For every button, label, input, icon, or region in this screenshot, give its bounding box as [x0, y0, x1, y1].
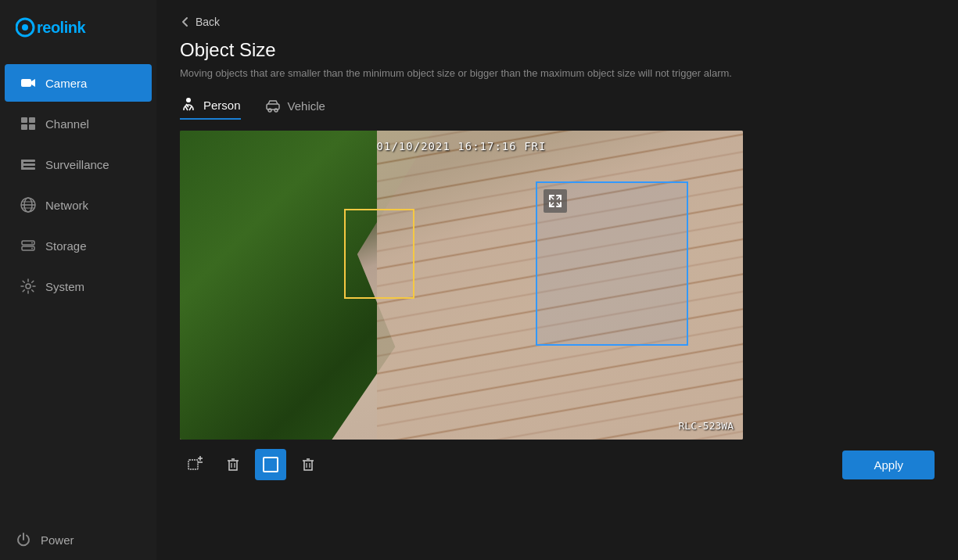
sidebar-item-system[interactable]: System [5, 267, 152, 305]
svg-rect-34 [188, 460, 198, 469]
power-icon [16, 532, 31, 547]
expand-arrows-icon [548, 194, 562, 208]
svg-rect-8 [29, 124, 35, 130]
back-label: Back [196, 16, 220, 28]
vehicle-icon [264, 97, 282, 114]
channel-icon [20, 116, 36, 131]
trash-icon-1 [225, 457, 241, 472]
main-content: Back Object Size Moving objects that are… [156, 0, 958, 560]
page-description: Moving objects that are smaller than the… [180, 67, 935, 79]
sidebar-item-camera[interactable]: Camera [5, 64, 152, 102]
svg-rect-3 [21, 79, 31, 87]
system-icon [20, 278, 36, 294]
network-icon [20, 197, 36, 213]
camera-model-label: RLC-523WA [679, 420, 734, 432]
draw-min-box-icon [187, 456, 204, 473]
sidebar-item-camera-label: Camera [45, 77, 87, 90]
draw-max-box-button[interactable] [255, 449, 286, 480]
back-chevron-icon [180, 16, 191, 27]
svg-point-29 [274, 109, 278, 112]
svg-point-22 [26, 284, 30, 289]
max-size-box[interactable] [536, 181, 688, 346]
logo: reolink [16, 14, 117, 41]
sidebar-item-surveillance[interactable]: Surveillance [5, 145, 152, 183]
svg-point-20 [31, 242, 33, 244]
sidebar: reolink Camera [0, 0, 156, 560]
storage-icon [20, 238, 36, 253]
svg-point-23 [186, 98, 191, 102]
toolbar: Apply [180, 449, 935, 480]
svg-point-21 [31, 248, 33, 249]
person-icon [180, 96, 197, 113]
back-nav[interactable]: Back [180, 16, 935, 28]
tab-person-label: Person [203, 99, 241, 112]
tabs: Person Vehicle [180, 92, 935, 120]
logo-area: reolink [0, 0, 156, 55]
camera-icon [20, 75, 36, 91]
surveillance-icon [20, 156, 36, 172]
draw-min-box-button[interactable] [180, 449, 211, 480]
svg-rect-42 [264, 458, 278, 472]
svg-line-24 [185, 106, 188, 110]
power-button[interactable]: Power [0, 519, 156, 560]
sidebar-item-system-label: System [45, 280, 84, 293]
sidebar-item-network-label: Network [45, 199, 88, 212]
apply-button[interactable]: Apply [842, 451, 935, 479]
tab-person[interactable]: Person [180, 92, 241, 120]
power-label: Power [41, 533, 74, 547]
svg-text:reolink: reolink [37, 19, 86, 36]
svg-rect-7 [21, 124, 27, 130]
tab-vehicle-label: Vehicle [288, 99, 325, 113]
svg-rect-6 [29, 117, 35, 123]
svg-rect-12 [21, 160, 23, 170]
delete-max-box-button[interactable] [292, 449, 324, 480]
sidebar-item-storage-label: Storage [45, 239, 87, 253]
page-title: Object Size [180, 39, 935, 61]
min-size-box[interactable] [344, 209, 414, 299]
svg-line-25 [189, 106, 192, 110]
nav-items: Camera Channel [0, 55, 156, 519]
sidebar-item-surveillance-label: Surveillance [45, 158, 109, 171]
tab-vehicle[interactable]: Vehicle [264, 92, 325, 120]
sidebar-item-channel-label: Channel [45, 117, 89, 131]
resize-icon [544, 189, 567, 213]
trash-icon-2 [300, 457, 316, 472]
svg-point-28 [268, 109, 271, 112]
svg-rect-5 [21, 117, 27, 123]
sidebar-item-storage[interactable]: Storage [5, 227, 152, 264]
draw-max-box-icon [262, 456, 279, 473]
svg-point-1 [22, 24, 28, 31]
delete-min-box-button[interactable] [217, 449, 249, 480]
camera-feed: 01/10/2021 16:17:16 FRI RLC-523WA [180, 131, 743, 440]
svg-marker-4 [31, 79, 35, 87]
sidebar-item-network[interactable]: Network [5, 186, 152, 224]
camera-timestamp: 01/10/2021 16:17:16 FRI [377, 140, 547, 153]
sidebar-item-channel[interactable]: Channel [5, 105, 152, 142]
